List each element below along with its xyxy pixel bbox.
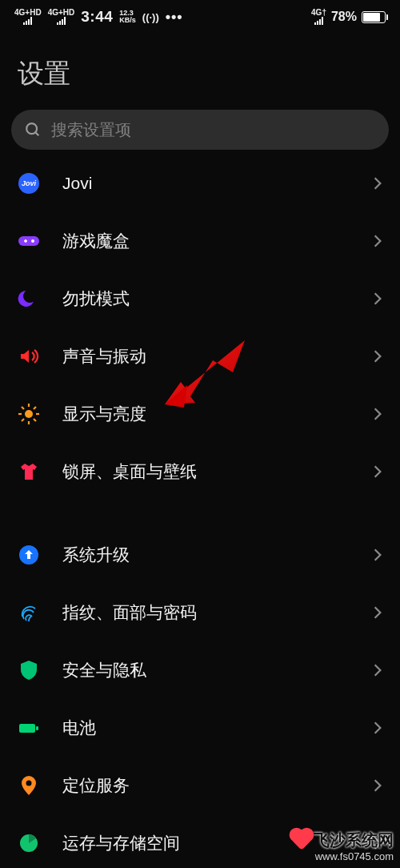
status-left: 4G+HD 4G+HD 3:44 12.3KB/s ((·)) •••: [14, 8, 183, 26]
chevron-right-icon: [373, 291, 382, 306]
svg-point-8: [25, 410, 33, 418]
status-right: 4G† 78%: [311, 9, 386, 25]
chevron-right-icon: [373, 605, 382, 620]
signal-1-icon: 4G+HD: [14, 9, 42, 25]
battery-icon: [18, 717, 40, 739]
svg-point-7: [31, 239, 34, 243]
svg-point-20: [26, 781, 32, 786]
chevron-right-icon: [373, 721, 382, 735]
item-label: 勿扰模式: [62, 287, 350, 310]
gamepad-icon: [18, 230, 40, 252]
svg-line-16: [34, 407, 36, 409]
svg-rect-4: [18, 236, 39, 246]
item-label: 游戏魔盒: [62, 230, 350, 252]
data-rate: 12.3KB/s: [119, 10, 136, 24]
update-icon: [18, 544, 40, 566]
search-bar[interactable]: [11, 110, 389, 150]
item-display[interactable]: 显示与亮度: [0, 385, 400, 443]
chevron-right-icon: [373, 663, 382, 677]
item-label: 显示与亮度: [62, 403, 350, 425]
fingerprint-icon: [18, 601, 40, 624]
shirt-icon: [18, 460, 40, 483]
location-icon: [18, 774, 40, 797]
section-gap: [0, 500, 400, 526]
svg-line-14: [34, 419, 36, 421]
item-battery[interactable]: 电池: [0, 699, 400, 757]
chevron-right-icon: [373, 778, 382, 793]
item-game-box[interactable]: 游戏魔盒: [0, 212, 400, 270]
item-label: 指纹、面部与密码: [62, 601, 350, 624]
watermark: 飞沙系统网 www.fs0745.com: [294, 830, 394, 863]
svg-line-13: [22, 407, 24, 409]
svg-line-15: [22, 419, 24, 421]
item-label: 锁屏、桌面与壁纸: [62, 460, 350, 483]
shield-icon: [18, 659, 40, 681]
battery-percent: 78%: [331, 10, 357, 24]
clock: 3:44: [81, 8, 113, 26]
item-label: 定位服务: [62, 774, 350, 797]
chevron-right-icon: [373, 548, 382, 562]
status-bar: 4G+HD 4G+HD 3:44 12.3KB/s ((·)) ••• 4G† …: [0, 0, 400, 34]
signal-right-icon: 4G†: [311, 9, 326, 25]
chevron-right-icon: [373, 349, 382, 364]
signal-2-icon: 4G+HD: [48, 9, 75, 25]
brightness-icon: [18, 403, 40, 425]
svg-rect-18: [19, 724, 35, 733]
item-label: 系统升级: [62, 544, 350, 566]
item-jovi[interactable]: Jovi Jovi: [0, 155, 400, 212]
item-location[interactable]: 定位服务: [0, 757, 400, 814]
search-icon: [24, 121, 42, 139]
item-biometrics[interactable]: 指纹、面部与密码: [0, 584, 400, 641]
settings-list: Jovi Jovi 游戏魔盒 勿扰模式 声音与振动 显示与亮度: [0, 155, 400, 868]
item-label: Jovi: [62, 174, 350, 193]
chevron-right-icon: [373, 407, 382, 421]
chevron-right-icon: [373, 176, 382, 191]
item-security[interactable]: 安全与隐私: [0, 641, 400, 699]
hotspot-icon: ((·)): [142, 11, 159, 23]
chevron-right-icon: [373, 234, 382, 248]
speaker-icon: [18, 345, 40, 368]
page-title: 设置: [0, 34, 400, 110]
svg-rect-19: [36, 726, 38, 730]
item-sound[interactable]: 声音与振动: [0, 328, 400, 385]
item-dnd[interactable]: 勿扰模式: [0, 270, 400, 328]
item-label: 电池: [62, 717, 350, 739]
item-label: 声音与振动: [62, 345, 350, 368]
moon-icon: [18, 287, 40, 310]
search-input[interactable]: [51, 121, 376, 139]
battery-icon: [362, 11, 386, 23]
svg-line-1: [35, 132, 38, 135]
pie-chart-icon: [18, 832, 40, 854]
chevron-right-icon: [373, 464, 382, 479]
item-system-update[interactable]: 系统升级: [0, 526, 400, 584]
svg-text:Jovi: Jovi: [22, 179, 37, 187]
item-label: 安全与隐私: [62, 659, 350, 681]
svg-point-0: [26, 123, 37, 134]
item-lock-wallpaper[interactable]: 锁屏、桌面与壁纸: [0, 443, 400, 500]
heart-icon: [291, 830, 311, 850]
jovi-icon: Jovi: [18, 172, 40, 195]
